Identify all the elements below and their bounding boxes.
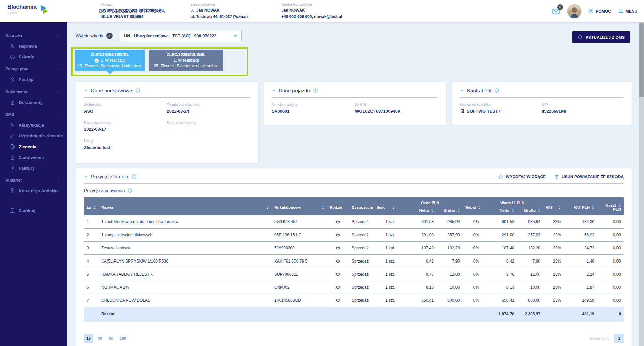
field-jednostka: Jednostka ASO [84, 103, 167, 114]
damage-select[interactable]: UN - Ubezpieczeniowa - TST (AC) - 998-97… [120, 30, 241, 42]
order-tab-zlec-39204-18-s-bl[interactable]: ZLEC/39204/18/S/BL 1. W realizacji 05. Z… [75, 50, 145, 71]
check-circle-icon [94, 58, 99, 63]
order-tab-stage: 05. Zlecenie Blacharsko-Lakiernicze [149, 63, 223, 69]
cell-cena-netto: 291,00 [398, 228, 436, 241]
table-row[interactable]: 1 1 zest. klockow ham. do hamulców tarcz… [84, 215, 624, 228]
sort-icon[interactable] [478, 206, 481, 209]
sidebar-item-zamknij[interactable]: Zamknij [0, 205, 67, 216]
order-items-table: Lp Nazwa Nr katalogowy Rodzaj Dyspozycja… [84, 197, 624, 322]
cell-lp: 4 [84, 254, 99, 268]
col-rabat[interactable]: Rabat [463, 197, 482, 215]
cell-cena-brutto: 800,00 [436, 294, 463, 307]
remove-damage-link-button[interactable]: USUŃ POWIĄZANIE ZE SZKODĄ [554, 174, 624, 179]
scrollbar-track[interactable] [639, 22, 644, 346]
sidebar-item-zlecenia[interactable]: Zlecenia [0, 141, 67, 152]
field-value: SV00001 [272, 108, 355, 114]
cell-wartosc-netto: 650,41 [482, 294, 517, 307]
col-wartosc-brutto[interactable]: Brutto [517, 207, 543, 215]
sidebar-item-uzgodnienia-zlecenie[interactable]: Uzgodnienia zlecenie [0, 130, 67, 141]
col-nr-katalogowy[interactable]: Nr katalogowy [272, 197, 327, 215]
sidebar-item-klasyfikacja[interactable]: Klasyfikacja [0, 120, 67, 130]
page-size-30[interactable]: 30 [95, 334, 104, 343]
sort-icon[interactable] [618, 204, 621, 207]
messages-button[interactable]: 0 [552, 7, 560, 16]
vehicle-line2: BLUE VELVET 885664 [101, 14, 161, 20]
sort-icon[interactable] [93, 206, 96, 209]
col-wartosc-netto[interactable]: Netto [482, 207, 517, 215]
sort-icon[interactable] [457, 209, 460, 212]
col-koszt-pln[interactable]: Koszt PLN [597, 197, 624, 215]
sidebar-section-dokumenty[interactable]: Dokumenty [0, 87, 67, 97]
avatar[interactable] [567, 4, 581, 18]
sidebar-section-naprawa[interactable]: Naprawa [0, 31, 67, 41]
sort-icon[interactable] [266, 206, 269, 209]
update-from-dms-button[interactable]: AKTUALIZUJ Z DMS [572, 31, 630, 43]
order-tabs: ZLEC/39204/18/S/BL 1. W realizacji 05. Z… [75, 50, 223, 71]
cell-lp: 3 [84, 241, 99, 254]
withdraw-leading-button[interactable]: WYCOFAJ WIODĄCE [498, 174, 546, 179]
page-size-100[interactable]: 100 [118, 334, 128, 343]
col-cena-brutto[interactable]: Brutto [436, 207, 463, 215]
main-content: Wybór szkody 2 : UN - Ubezpieczeniowa - … [67, 22, 644, 346]
sort-icon[interactable] [512, 209, 514, 212]
cell-vat: 23% [543, 228, 564, 241]
sort-icon[interactable] [558, 206, 561, 209]
col-ilosc[interactable]: Ilość [374, 197, 398, 215]
table-row[interactable]: 6 NORMALIA 2% CNP002 Sprzedaż 1 szt. 8,1… [84, 281, 624, 294]
page-size-15[interactable]: 15 [84, 334, 93, 343]
cell-lp: 1 [84, 215, 99, 228]
scrollbar-thumb[interactable] [639, 23, 644, 97]
info-icon[interactable] [313, 88, 318, 93]
info-icon[interactable] [494, 88, 499, 93]
order-tab-zlec-39205-18-s-bl[interactable]: ZLEC/39205/18/S/BL 1. W realizacji 05. Z… [149, 50, 223, 71]
collapse-chevron-icon[interactable] [272, 89, 276, 93]
damage-count-badge: 2 [106, 33, 113, 39]
document-lines-icon [9, 188, 15, 194]
table-row[interactable]: 3 Zestaw żarówek 5JA998200 Sprzedaż 1 kp… [84, 241, 624, 254]
table-row[interactable]: 5 RAMKA TABLICY REJESTR. SUP7000011 Sprz… [84, 268, 624, 281]
sidebar-item-dokumenty[interactable]: Dokumenty [0, 97, 67, 108]
sidebar-section-dms[interactable]: DMS [0, 110, 67, 120]
collapse-chevron-icon[interactable] [84, 175, 88, 179]
sort-icon[interactable] [431, 209, 434, 212]
table-row[interactable]: 2 1 kompl pierscieni tlokowych 06B 198 1… [84, 228, 624, 241]
sort-icon[interactable] [322, 206, 324, 209]
info-icon[interactable] [135, 88, 140, 93]
page-number-button[interactable]: 1 [614, 334, 624, 343]
field-nip: NIP 8522568198 [542, 103, 624, 114]
person-icon [190, 8, 195, 13]
help-button[interactable]: POMOC [588, 8, 611, 14]
col-nazwa[interactable]: Nazwa [99, 197, 272, 215]
sidebar-item-szkody[interactable]: Szkody [0, 51, 67, 62]
col-vat[interactable]: VAT [543, 197, 564, 215]
col-lp[interactable]: Lp [84, 197, 99, 215]
sidebar-section-postep-prac[interactable]: Postęp prac [0, 64, 67, 74]
table-row[interactable]: 7 CHŁODNICA POW DOŁAD 1K0145803CD Sprzed… [84, 294, 624, 307]
col-cena-netto[interactable]: Netto [398, 207, 436, 215]
sort-icon[interactable] [538, 209, 540, 212]
field-label: Termin zakończenia [167, 103, 250, 107]
cell-cena-netto: 9,76 [398, 268, 436, 281]
cell-vat: 23% [543, 215, 564, 228]
info-icon[interactable] [131, 174, 137, 179]
info-icon[interactable] [127, 188, 132, 193]
sort-icon[interactable] [592, 206, 594, 209]
sort-icon[interactable] [392, 206, 395, 209]
totals-vat-pln: 431,19 [564, 307, 597, 322]
col-vat-pln[interactable]: VAT PLN [564, 197, 597, 215]
menu-button[interactable]: MENU [618, 8, 637, 14]
table-row[interactable]: 4 KA(5L)PŁYN SPRYSKIW.1:100 R536 XAK F61… [84, 254, 624, 268]
chevron-down-icon [57, 34, 61, 38]
sidebar-item-label: Uzgodnienia zlecenie [19, 133, 63, 138]
page-size-50[interactable]: 50 [107, 334, 116, 343]
collapse-chevron-icon[interactable] [84, 89, 88, 93]
sidebar-item-kosztorys-audanet[interactable]: Kosztorys AudaNet [0, 185, 67, 196]
cell-cena-netto: 8,13 [398, 281, 436, 294]
field-value: ASO [84, 108, 167, 114]
sidebar-item-naprawa[interactable]: Naprawa [0, 41, 67, 51]
sidebar-item-faktury[interactable]: Faktury [0, 163, 67, 173]
sidebar-section-audanet[interactable]: AudaNet [0, 175, 67, 185]
collapse-chevron-icon[interactable] [460, 89, 464, 93]
sidebar-item-zamowienia[interactable]: Zamówienia [0, 152, 67, 163]
sidebar-item-postep[interactable]: Postęp [0, 74, 67, 85]
